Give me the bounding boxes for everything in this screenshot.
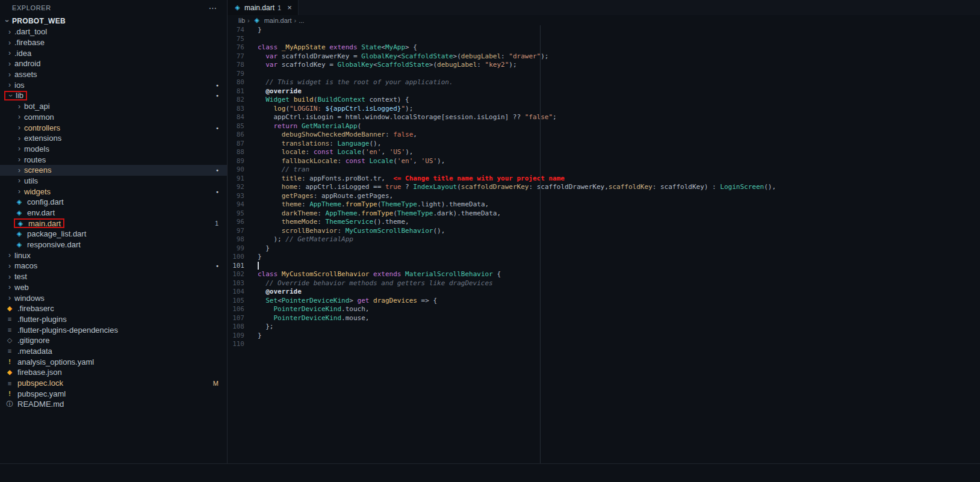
line-text: PointerDeviceKind.touch, xyxy=(258,305,369,314)
explorer-item-linux[interactable]: ›linux xyxy=(0,250,227,261)
line-number: 85 xyxy=(232,122,244,131)
explorer-item-firebase-json[interactable]: ◆firebase.json xyxy=(0,367,227,378)
explorer-item-main-dart[interactable]: ◈main.dart1 xyxy=(0,218,227,229)
explorer-item-env-dart[interactable]: ◈env.dart xyxy=(0,208,227,218)
explorer-item--firebaserc[interactable]: ◆.firebaserc xyxy=(0,303,227,314)
explorer-item-label: .idea xyxy=(14,49,31,58)
explorer-item--dart-tool[interactable]: ›.dart_tool xyxy=(0,26,227,37)
explorer-item-label: common xyxy=(24,113,54,122)
explorer-item-macos[interactable]: ›macos● xyxy=(0,261,227,271)
code-line-82[interactable]: 82 Widget build(BuildContext context) { xyxy=(228,96,980,105)
explorer-item-lib[interactable]: ›lib● xyxy=(0,90,227,101)
code-line-75[interactable]: 75 xyxy=(228,35,980,44)
explorer-item-package-list-dart[interactable]: ◈package_list.dart xyxy=(0,229,227,239)
explorer-item-bot-api[interactable]: ›bot_api xyxy=(0,101,227,112)
code-line-76[interactable]: 76class _MyAppState extends State<MyApp>… xyxy=(228,43,980,52)
red-annotation-box: ›lib xyxy=(4,91,27,100)
code-line-104[interactable]: 104 @override xyxy=(228,288,980,297)
line-text: log("LOGGIN: ${appCtrl.isLogged}"); xyxy=(258,105,413,114)
explorer-item-common[interactable]: ›common xyxy=(0,112,227,123)
explorer-item-routes[interactable]: ›routes xyxy=(0,154,227,165)
explorer-item-controllers[interactable]: ›controllers● xyxy=(0,122,227,133)
code-line-93[interactable]: 93 getPages: appRoute.getPages, xyxy=(228,192,980,201)
explorer-item-ios[interactable]: ›ios● xyxy=(0,79,227,90)
explorer-item-web[interactable]: ›web xyxy=(0,282,227,293)
explorer-root-folder[interactable]: › PROBOT_WEB xyxy=(0,16,227,26)
explorer-item-utils[interactable]: ›utils xyxy=(0,176,227,187)
code-line-79[interactable]: 79 xyxy=(228,70,980,79)
modified-dot-badge: ● xyxy=(216,168,219,172)
explorer-item-test[interactable]: ›test xyxy=(0,271,227,282)
code-line-107[interactable]: 107 PointerDeviceKind.mouse, xyxy=(228,314,980,323)
code-line-81[interactable]: 81 @override xyxy=(228,87,980,96)
breadcrumb-lib[interactable]: lib xyxy=(238,17,245,24)
explorer-item-extensions[interactable]: ›extensions xyxy=(0,133,227,144)
code-editor[interactable]: 74}7576class _MyAppState extends State<M… xyxy=(228,25,980,482)
explorer-item--flutter-plugins[interactable]: ≡.flutter-plugins xyxy=(0,314,227,325)
explorer-item-screens[interactable]: ›screens● xyxy=(0,165,227,176)
line-number: 99 xyxy=(232,244,244,253)
code-line-99[interactable]: 99 } xyxy=(228,244,980,253)
code-line-96[interactable]: 96 themeMode: ThemeService().theme, xyxy=(228,218,980,227)
code-line-106[interactable]: 106 PointerDeviceKind.touch, xyxy=(228,305,980,314)
code-line-94[interactable]: 94 theme: AppTheme.fromType(ThemeType.li… xyxy=(228,200,980,209)
explorer-item-pubspec-yaml[interactable]: !pubspec.yaml xyxy=(0,388,227,399)
code-line-85[interactable]: 85 return GetMaterialApp( xyxy=(228,122,980,131)
explorer-item--firebase[interactable]: ›.firebase xyxy=(0,37,227,48)
code-line-101[interactable]: 101 xyxy=(228,262,980,271)
line-text: } xyxy=(258,26,262,35)
explorer-item--gitignore[interactable]: ◇.gitignore xyxy=(0,335,227,346)
code-line-91[interactable]: 91 title: appFonts.proBot.tr, <= Change … xyxy=(228,175,980,184)
breadcrumb-symbol[interactable]: ... xyxy=(299,17,304,24)
explorer-item-models[interactable]: ›models xyxy=(0,144,227,155)
explorer-item-readme-md[interactable]: ⓘREADME.md xyxy=(0,399,227,410)
explorer-item-android[interactable]: ›android xyxy=(0,58,227,69)
code-line-78[interactable]: 78 var scaffoldKey = GlobalKey<ScaffoldS… xyxy=(228,61,980,70)
explorer-item--flutter-plugins-dependencies[interactable]: ≡.flutter-plugins-dependencies xyxy=(0,324,227,335)
explorer-item--metadata[interactable]: ≡.metadata xyxy=(0,346,227,357)
explorer-item-widgets[interactable]: ›widgets● xyxy=(0,186,227,197)
line-text: @override xyxy=(258,87,302,96)
code-line-83[interactable]: 83 log("LOGGIN: ${appCtrl.isLogged}"); xyxy=(228,105,980,114)
explorer-item-analysis-options-yaml[interactable]: !analysis_options.yaml xyxy=(0,356,227,367)
code-line-98[interactable]: 98 ); // GetMaterialApp xyxy=(228,235,980,244)
breadcrumb-main-dart[interactable]: main.dart xyxy=(264,17,292,24)
code-line-88[interactable]: 88 locale: const Locale('en', 'US'), xyxy=(228,148,980,157)
code-line-92[interactable]: 92 home: appCtrl.isLogged == true ? Inde… xyxy=(228,183,980,192)
code-line-102[interactable]: 102class MyCustomScrollBehavior extends … xyxy=(228,270,980,279)
code-line-90[interactable]: 90 // tran xyxy=(228,165,980,175)
code-line-77[interactable]: 77 var scaffoldDrawerKey = GlobalKey<Sca… xyxy=(228,52,980,61)
code-line-108[interactable]: 108 }; xyxy=(228,323,980,332)
code-line-95[interactable]: 95 darkTheme: AppTheme.fromType(ThemeTyp… xyxy=(228,209,980,218)
explorer-item-label: .metadata xyxy=(17,347,52,356)
code-line-86[interactable]: 86 debugShowCheckedModeBanner: false, xyxy=(228,131,980,140)
code-line-105[interactable]: 105 Set<PointerDeviceKind> get dragDevic… xyxy=(228,297,980,306)
code-line-103[interactable]: 103 // Override behavior methods and get… xyxy=(228,279,980,288)
explorer-item-responsive-dart[interactable]: ◈responsive.dart xyxy=(0,239,227,250)
tab-main-dart[interactable]: ◈ main.dart 1 × xyxy=(228,0,299,15)
code-line-110[interactable]: 110 xyxy=(228,340,980,349)
close-icon[interactable]: × xyxy=(287,3,292,12)
explorer-item-label: android xyxy=(14,59,40,68)
code-line-87[interactable]: 87 translations: Language(), xyxy=(228,140,980,149)
code-line-109[interactable]: 109} xyxy=(228,332,980,341)
chevron-right-icon: › xyxy=(5,28,14,36)
code-line-100[interactable]: 100} xyxy=(228,253,980,262)
code-line-97[interactable]: 97 scrollBehavior: MyCustomScrollBehavio… xyxy=(228,227,980,236)
code-line-80[interactable]: 80 // This widget is the root of your ap… xyxy=(228,78,980,87)
dart-icon: ◈ xyxy=(252,16,262,24)
explorer-item--idea[interactable]: ›.idea xyxy=(0,48,227,58)
code-line-74[interactable]: 74} xyxy=(228,26,980,35)
code-line-89[interactable]: 89 fallbackLocale: const Locale('en', 'U… xyxy=(228,157,980,166)
explorer-item-assets[interactable]: ›assets xyxy=(0,69,227,80)
explorer-item-label: utils xyxy=(24,176,38,185)
chevron-right-icon: › xyxy=(14,166,24,175)
explorer-item-label: test xyxy=(14,272,27,281)
explorer-item-windows[interactable]: ›windows xyxy=(0,292,227,303)
explorer-item-config-dart[interactable]: ◈config.dart xyxy=(0,197,227,208)
info-file-icon: ⓘ xyxy=(5,400,14,409)
more-actions-icon[interactable]: ⋯ xyxy=(208,3,217,13)
explorer-item-pubspec-lock[interactable]: ≡pubspec.lockM xyxy=(0,378,227,389)
code-line-84[interactable]: 84 appCtrl.isLogin = html.window.localSt… xyxy=(228,113,980,122)
vscode-window: EXPLORER ⋯ › PROBOT_WEB ›.dart_tool›.fir… xyxy=(0,0,980,482)
